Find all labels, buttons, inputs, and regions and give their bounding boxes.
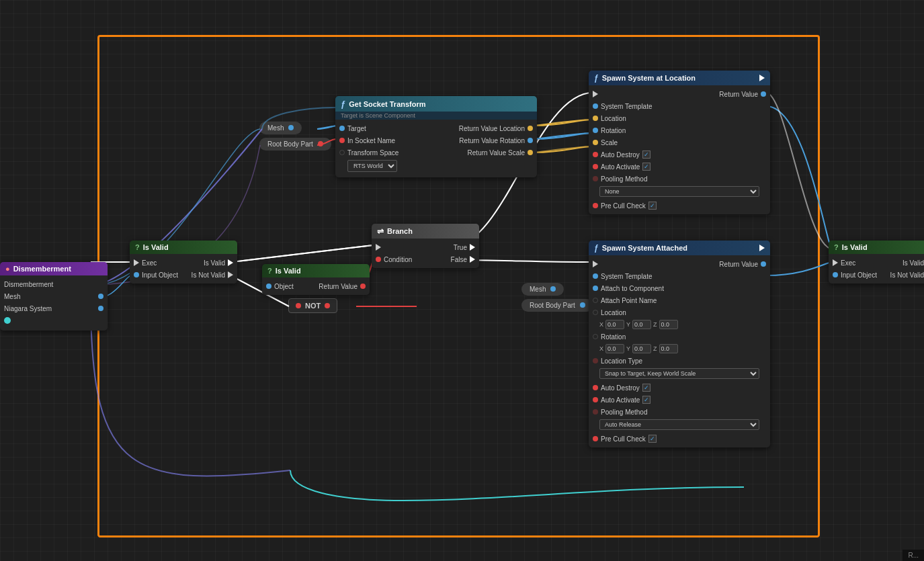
spawn-attached-loc-type-pin xyxy=(593,358,598,363)
spawn-loc-pre-cull-row: Pre Cull Check ✓ xyxy=(589,200,770,212)
blueprint-canvas: ● Dismemberment Dismemberment Mesh Niaga… xyxy=(0,0,924,561)
transform-space-dropdown-row: RTS World xyxy=(335,159,537,175)
spawn-location-body: Return Value System Template Location xyxy=(589,85,770,214)
spawn-attached-pooling-label: Pooling Method xyxy=(601,408,648,416)
transform-space-row: Transform Space Return Value Scale xyxy=(335,146,537,159)
spawn-attached-auto-activate-check[interactable]: ✓ xyxy=(642,396,650,404)
spawn-attached-title: Spawn System Attached xyxy=(602,244,756,252)
spawn-loc-system-template-row: System Template xyxy=(589,100,770,112)
loc-x-input[interactable] xyxy=(605,320,624,329)
root-body-pin-1 xyxy=(318,141,323,146)
return-value-scale-label: Return Value Scale xyxy=(468,149,525,157)
spawn-system-at-location-node: ƒ Spawn System at Location Return Value … xyxy=(589,71,770,214)
dismemberment-label: Dismemberment xyxy=(4,281,53,288)
is-valid-1-icon: ? xyxy=(135,243,140,251)
spawn-attached-auto-activate-row: Auto Activate ✓ xyxy=(589,394,770,406)
spawn-attached-exec-in xyxy=(593,261,598,267)
spawn-attached-pooling-select[interactable]: Auto Release xyxy=(599,419,759,430)
branch-condition-row: Condition False xyxy=(372,253,479,265)
exec-label-1: Exec xyxy=(142,259,157,267)
is-valid-3-exec-row: Exec Is Valid xyxy=(829,257,924,269)
branch-icon: ⇌ xyxy=(377,226,384,236)
not-label: NOT xyxy=(305,302,321,310)
spawn-system-attached-node: ƒ Spawn System Attached Return Value Sys… xyxy=(589,241,770,447)
is-valid-node-3: ? Is Valid Exec Is Valid Input Object xyxy=(829,241,924,284)
loc-z-input[interactable] xyxy=(659,320,678,329)
spawn-attached-auto-destroy-check[interactable]: ✓ xyxy=(642,384,650,392)
spawn-loc-auto-destroy-check[interactable]: ✓ xyxy=(642,150,650,159)
spawn-attached-loc-type-select[interactable]: Snap to Target, Keep World Scale xyxy=(599,368,759,379)
is-valid-2-object-row: Object Return Value xyxy=(262,280,370,292)
spawn-attached-point-name-row: Attach Point Name xyxy=(589,294,770,306)
spawn-loc-auto-activate-check[interactable]: ✓ xyxy=(642,163,650,171)
dismemberment-title: Dismemberment xyxy=(13,265,71,273)
dismemberment-row-dismemberment: Dismemberment xyxy=(0,278,108,290)
spawn-attached-loc-type-dropdown-row: Snap to Target, Keep World Scale xyxy=(589,367,770,382)
transform-space-select[interactable]: RTS World xyxy=(347,160,397,172)
return-value-pin-2 xyxy=(360,284,366,289)
not-in-pin xyxy=(296,303,301,308)
rot-y-input[interactable] xyxy=(632,344,651,353)
spawn-attached-loc-xyz-row: X Y Z xyxy=(589,318,770,331)
root-body-part-node-2: Root Body Part xyxy=(521,299,593,312)
spawn-location-func-icon: ƒ xyxy=(594,73,599,83)
spawn-attached-attach-comp-label: Attach to Component xyxy=(601,285,664,292)
spawn-loc-pre-cull-pin xyxy=(593,203,598,208)
spawn-loc-pre-cull-check[interactable]: ✓ xyxy=(648,202,657,210)
spawn-attached-auto-destroy-pin xyxy=(593,385,598,390)
get-socket-transform-title: Get Socket Transform xyxy=(349,100,425,108)
spawn-location-title: Spawn System at Location xyxy=(602,74,756,82)
is-valid-1-body: Exec Is Valid Input Object Is Not Valid xyxy=(130,254,237,284)
dismemberment-row-niagara: Niagara System xyxy=(0,302,108,314)
spawn-attached-location-label: Location xyxy=(601,309,626,316)
loc-z-label: Z xyxy=(653,321,657,328)
is-not-valid-pin-1 xyxy=(228,271,233,278)
bottom-bar: R... xyxy=(902,550,924,561)
exec-out-pin-1 xyxy=(228,259,233,266)
input-object-label-1: Input Object xyxy=(142,271,178,279)
in-socket-name-row: In Socket Name Return Value Rotation xyxy=(335,134,537,146)
dismemberment-bottom-pin xyxy=(4,317,11,324)
root-body-pin-2 xyxy=(580,302,585,308)
spawn-loc-pooling-row: Pooling Method xyxy=(589,173,770,185)
is-valid-3-header: ? Is Valid xyxy=(829,241,924,254)
loc-y-label: Y xyxy=(626,321,630,328)
spawn-loc-exec-row: Return Value xyxy=(589,88,770,100)
branch-exec-row: True xyxy=(372,241,479,253)
in-socket-label: In Socket Name xyxy=(347,137,395,144)
is-not-valid-label-1: Is Not Valid xyxy=(192,271,225,279)
branch-header: ⇌ Branch xyxy=(372,224,479,239)
spawn-loc-pre-cull-label: Pre Cull Check xyxy=(601,202,646,210)
mesh-label-1: Mesh xyxy=(267,124,284,132)
rot-x-input[interactable] xyxy=(605,344,624,353)
spawn-attached-loc-type-label: Location Type xyxy=(601,357,642,365)
rot-x-label: X xyxy=(599,345,603,352)
spawn-loc-pooling-select[interactable]: None xyxy=(599,186,759,197)
spawn-attached-rot-xyz-row: X Y Z xyxy=(589,343,770,355)
is-valid-1-exec-row: Exec Is Valid xyxy=(130,257,237,269)
spawn-attached-return-pin xyxy=(761,261,766,267)
spawn-loc-scale-label: Scale xyxy=(601,139,618,146)
spawn-attached-func-icon: ƒ xyxy=(594,243,599,253)
loc-y-input[interactable] xyxy=(632,320,651,329)
mesh-pin-2 xyxy=(550,286,556,292)
mesh-node-1: Mesh xyxy=(259,122,302,134)
is-valid-3-body: Exec Is Valid Input Object Is Not Valid xyxy=(829,254,924,284)
spawn-attached-header: ƒ Spawn System Attached xyxy=(589,241,770,255)
spawn-attached-pre-cull-check[interactable]: ✓ xyxy=(648,435,657,443)
is-valid-1-header: ? Is Valid xyxy=(130,241,237,254)
branch-false-label: False xyxy=(451,256,467,263)
get-socket-subtitle: Target is Scene Component xyxy=(335,112,537,120)
spawn-attached-return-label: Return Value xyxy=(719,261,758,268)
spawn-attached-rotation-row: Rotation xyxy=(589,331,770,343)
branch-title: Branch xyxy=(387,227,413,235)
branch-false-pin xyxy=(470,256,475,263)
spawn-loc-scale-pin xyxy=(593,140,598,145)
branch-true-label: True xyxy=(454,244,467,251)
rot-z-input[interactable] xyxy=(659,344,678,353)
spawn-loc-pooling-dropdown-row: None xyxy=(589,185,770,200)
branch-condition-pin xyxy=(376,257,381,262)
is-valid-3-title: Is Valid xyxy=(842,243,868,251)
spawn-attached-template-row: System Template xyxy=(589,270,770,282)
spawn-loc-pooling-pin xyxy=(593,176,598,181)
